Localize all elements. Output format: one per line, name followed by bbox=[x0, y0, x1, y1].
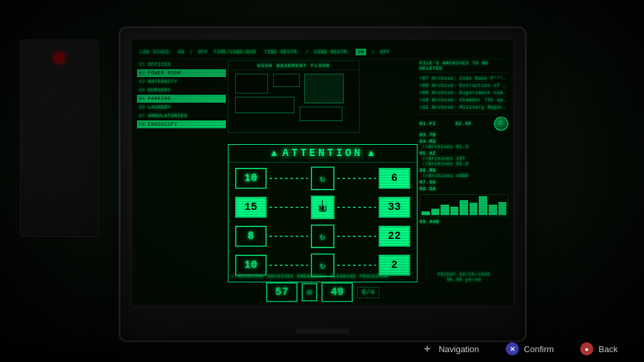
archive-08-label: 08.DA bbox=[419, 186, 508, 192]
archive-04-label: 04.MG bbox=[419, 139, 436, 144]
on-label: ON bbox=[178, 49, 184, 55]
dots-4b bbox=[337, 265, 376, 266]
nav-08-endoscopy[interactable]: 08 ENDOSCOPY bbox=[137, 120, 226, 128]
attention-panel: ▲ ATTENTION ▲ 10 ↻ 6 bbox=[228, 144, 417, 282]
map-room-highlighted bbox=[304, 74, 344, 103]
arrow-cursor-2[interactable] bbox=[311, 195, 335, 219]
file-entry-5[interactable]: >11 Archive: Military Report for t... bbox=[419, 104, 508, 111]
archive-09-label: 09.AdB bbox=[419, 219, 508, 224]
time-text: 08.08 pm/am bbox=[419, 277, 508, 282]
top-bar: LAB SCHED. ON / OFF TIME/COND/BUR TINE R… bbox=[137, 45, 508, 59]
map-area bbox=[228, 70, 359, 126]
transfer-row-3: 8 ↻ 22 bbox=[235, 224, 410, 248]
bar-4 bbox=[450, 207, 459, 215]
bar-1 bbox=[421, 211, 430, 215]
attention-header: ▲ ATTENTION ▲ bbox=[228, 145, 417, 163]
dots-1b bbox=[337, 178, 376, 179]
nav-04-nursery[interactable]: 04 NURSERY bbox=[137, 86, 226, 94]
dots-2b bbox=[337, 207, 376, 208]
archive-05-label: 05.AZ bbox=[419, 151, 508, 156]
archive-03-label: 03.TB bbox=[419, 132, 508, 138]
archive-06-item: //Archives n080 bbox=[419, 173, 508, 178]
file-entry-4[interactable]: >10 Archive: Chamber 731 open in o... bbox=[419, 97, 508, 104]
hud-navigation: ✛ Navigation bbox=[420, 342, 479, 355]
on2-label: ON bbox=[356, 49, 366, 55]
counter-display: 0/4 bbox=[357, 287, 379, 298]
floor-map: K5SH BASEMENT FLOOR bbox=[228, 61, 360, 133]
date-display: FRIDAY 08/28/1998 08.08 pm/am bbox=[419, 272, 508, 282]
arrow-1[interactable]: ↻ bbox=[311, 167, 335, 190]
val-right-2[interactable]: 33 bbox=[379, 197, 410, 218]
nav-01-offices[interactable]: 01 OFFICES bbox=[137, 61, 226, 68]
dots-1 bbox=[269, 178, 308, 179]
map-room-1 bbox=[235, 74, 268, 93]
val-left-4[interactable]: 10 bbox=[235, 255, 267, 276]
bar-chart bbox=[419, 194, 508, 217]
val-left-2[interactable]: 15 bbox=[235, 197, 267, 218]
bar-5 bbox=[460, 200, 468, 215]
files-panel-title: FILE'S ARCHIVES TO BE DELETED bbox=[419, 61, 508, 73]
floor-label: K5SH BASEMENT FLOOR bbox=[228, 61, 359, 70]
crt-screen: LAB SCHED. ON / OFF TIME/COND/BUR TINE R… bbox=[134, 42, 511, 303]
off2-label: OFF bbox=[380, 49, 390, 55]
attention-title: ATTENTION bbox=[282, 147, 363, 159]
map-room-3 bbox=[235, 97, 294, 113]
transfer-area: 10 ↻ 6 15 bbox=[228, 163, 417, 303]
total-left: 57 bbox=[266, 282, 298, 302]
archive-02-label: 02.SF bbox=[456, 121, 472, 126]
archive-04-item: //Archives 01.3 bbox=[419, 144, 508, 149]
bar-2 bbox=[431, 209, 440, 215]
bar-3 bbox=[441, 205, 449, 215]
time-cond-label: TIME/COND/BUR bbox=[213, 49, 256, 55]
val-left-1[interactable]: 10 bbox=[235, 168, 267, 189]
confirm-label: Confirm bbox=[524, 344, 554, 354]
dots-2 bbox=[269, 207, 308, 208]
archive-01-label: 01.FI bbox=[419, 121, 436, 126]
cond-restr-label: COND RESTR. bbox=[314, 49, 350, 55]
back-label: Back bbox=[599, 344, 618, 354]
files-panel: FILE'S ARCHIVES TO BE DELETED >07 Archiv… bbox=[419, 61, 508, 285]
equals-icon: ⊟ bbox=[302, 283, 317, 301]
transfer-row-1: 10 ↻ 6 bbox=[235, 167, 410, 190]
cursor-icon bbox=[317, 200, 329, 215]
disk-icon bbox=[494, 116, 508, 131]
file-entry-3[interactable]: >08 Archive: Experiment number 8 a... bbox=[419, 90, 508, 97]
sep: / bbox=[190, 49, 193, 55]
dots-4 bbox=[269, 265, 308, 266]
file-entry-2[interactable]: >08 Archive: Extraction of JeliPi... bbox=[419, 82, 508, 90]
transfer-row-2: 15 33 bbox=[235, 195, 410, 219]
nav-03-maternity[interactable]: 03 MATERNITY bbox=[137, 78, 226, 86]
hud-back[interactable]: ● Back bbox=[580, 342, 618, 355]
val-right-1[interactable]: 6 bbox=[379, 168, 410, 189]
file-entry-1[interactable]: >07 Archive: Code Name P***X - Be... bbox=[419, 75, 508, 82]
archive-07-label: 07.GG bbox=[419, 180, 508, 185]
monitor-casing: LAB SCHED. ON / OFF TIME/COND/BUR TINE R… bbox=[119, 26, 527, 342]
sep2: / bbox=[306, 49, 309, 55]
arrow-3[interactable]: ↻ bbox=[311, 224, 335, 248]
monitor-stand bbox=[296, 328, 349, 334]
map-room-2 bbox=[273, 74, 300, 87]
left-nav-panel: 01 OFFICES 02 POWER ROOM 03 MATERNITY 04… bbox=[137, 61, 226, 285]
nav-07-ambulatories[interactable]: 07 AMBULATORIES bbox=[137, 112, 226, 120]
off-label: OFF bbox=[198, 49, 208, 55]
nav-02-power-room[interactable]: 02 POWER ROOM bbox=[137, 69, 226, 77]
totals-row: 57 ⊟ 49 0/4 bbox=[235, 282, 410, 302]
bar-9 bbox=[498, 202, 507, 215]
archive-05-item-2: //Archives 02.8 bbox=[419, 161, 508, 167]
nav-05-parking[interactable]: 05 PARKING bbox=[137, 95, 226, 103]
computer-tower bbox=[20, 39, 99, 237]
bar-8 bbox=[489, 205, 497, 215]
triangle-right: ▲ bbox=[368, 148, 374, 159]
bottom-hud: ✛ Navigation ✕ Confirm ● Back bbox=[0, 336, 644, 362]
val-left-3[interactable]: 8 bbox=[235, 226, 267, 247]
screen-content: LAB SCHED. ON / OFF TIME/COND/BUR TINE R… bbox=[134, 42, 511, 303]
nav-06-laundry[interactable]: 06 LAUNDRY bbox=[137, 103, 226, 111]
bottom-status: //HEXACORE ARCHIVES EMERGENCY CLEANING P… bbox=[231, 274, 414, 279]
lab-sched-label: LAB SCHED. bbox=[140, 49, 173, 55]
bar-7 bbox=[479, 196, 487, 215]
val-right-4[interactable]: 2 bbox=[379, 255, 410, 276]
time-restr-label: TINE RESTR. bbox=[264, 49, 300, 55]
hud-confirm[interactable]: ✕ Confirm bbox=[506, 342, 554, 355]
total-right: 49 bbox=[321, 282, 353, 302]
val-right-3[interactable]: 22 bbox=[379, 226, 410, 247]
